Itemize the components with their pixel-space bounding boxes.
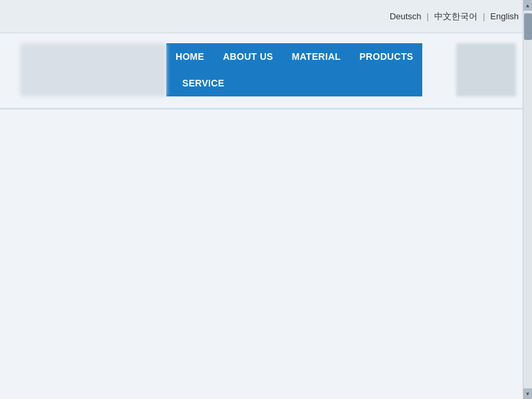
nav-home[interactable]: HOME	[166, 43, 213, 70]
scroll-down-button[interactable]: ▼	[523, 388, 533, 399]
scrollbar[interactable]: ▲ ▼	[523, 0, 532, 399]
nav-products[interactable]: PRODUCTS	[350, 43, 422, 70]
navigation: HOME ABOUT US MATERIAL PRODUCTS SERVICE	[166, 43, 422, 96]
nav-row-1: HOME ABOUT US MATERIAL PRODUCTS	[166, 43, 422, 70]
lang-separator-1: |	[427, 11, 429, 21]
nav-service[interactable]: SERVICE	[173, 70, 233, 96]
lang-chinese[interactable]: 中文한국어	[434, 11, 477, 23]
header: HOME ABOUT US MATERIAL PRODUCTS SERVICE	[0, 33, 523, 106]
lang-english[interactable]: English	[490, 11, 519, 21]
main-content	[0, 110, 523, 399]
lang-separator-2: |	[483, 11, 485, 21]
logo	[20, 43, 166, 96]
nav-about-us[interactable]: ABOUT US	[213, 43, 283, 70]
right-header-box	[456, 43, 516, 96]
lang-deutsch[interactable]: Deutsch	[390, 11, 422, 21]
scrollbar-thumb[interactable]	[524, 13, 532, 40]
scroll-up-button[interactable]: ▲	[523, 0, 533, 11]
nav-row-2: SERVICE	[166, 70, 422, 96]
language-bar: Deutsch | 中文한국어 | English	[0, 0, 532, 33]
nav-material[interactable]: MATERIAL	[283, 43, 350, 70]
